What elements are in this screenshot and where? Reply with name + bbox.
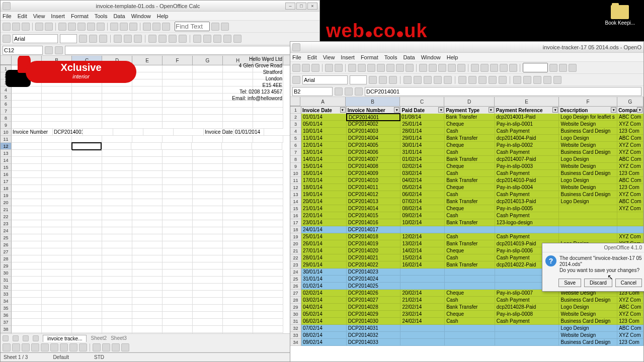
cell[interactable] — [163, 136, 193, 143]
font-size-input[interactable] — [350, 75, 367, 84]
data-cell[interactable]: 21/01/14 — [301, 205, 347, 212]
merge-icon[interactable] — [444, 76, 452, 84]
data-cell[interactable]: Business Card Design — [559, 170, 617, 177]
data-cell[interactable] — [495, 339, 559, 346]
cell[interactable] — [193, 115, 223, 122]
cell[interactable] — [42, 143, 72, 150]
cell[interactable] — [163, 305, 193, 312]
data-cell[interactable]: 18/01/14 — [301, 184, 347, 191]
row-header[interactable]: 3 — [290, 121, 301, 128]
data-cell[interactable]: DCP2014020 — [347, 247, 401, 254]
cell[interactable] — [42, 227, 72, 234]
data-cell[interactable]: Cheque — [445, 311, 495, 318]
cell[interactable] — [223, 262, 253, 269]
row-header[interactable]: 29 — [290, 304, 301, 311]
data-cell[interactable] — [400, 276, 445, 283]
row-header[interactable]: 5 — [290, 135, 301, 142]
data-cell[interactable]: Pay-in-slip-0001 — [495, 121, 559, 128]
cell[interactable] — [163, 94, 193, 101]
cell[interactable] — [12, 164, 42, 171]
row-header[interactable]: 32 — [290, 325, 301, 332]
cell[interactable] — [12, 185, 42, 192]
data-cell[interactable]: Pay-in-slip-0002 — [495, 142, 559, 149]
row-header[interactable]: 9 — [1, 122, 12, 129]
cell[interactable] — [102, 150, 132, 157]
data-cell[interactable]: DCP2014001 — [346, 113, 400, 121]
cell[interactable] — [193, 192, 223, 199]
data-cell[interactable]: ABC Com — [617, 177, 643, 184]
row-header[interactable]: 26 — [290, 283, 301, 290]
data-cell[interactable]: 10/01/14 — [301, 128, 347, 135]
cell[interactable] — [12, 115, 42, 122]
menu-window[interactable]: Window — [131, 13, 151, 19]
data-cell[interactable]: 123 Com — [617, 339, 643, 346]
cell[interactable] — [163, 284, 193, 291]
cell[interactable] — [253, 178, 283, 185]
cell[interactable] — [163, 220, 193, 227]
cell[interactable] — [132, 157, 163, 164]
print-icon[interactable] — [35, 23, 43, 31]
data-cell[interactable]: Cheque — [445, 290, 495, 297]
data-cell[interactable]: Bank Transfer — [445, 156, 495, 163]
data-cell[interactable]: Bank Transfer — [445, 135, 495, 142]
cell[interactable] — [12, 269, 42, 277]
cell[interactable] — [223, 108, 253, 115]
data-cell[interactable]: Logo Design for leaflet s — [559, 114, 617, 121]
col-header-E[interactable]: E — [132, 56, 163, 65]
cell[interactable] — [193, 199, 223, 206]
cell[interactable] — [132, 234, 163, 241]
data-cell[interactable]: 13/02/14 — [400, 240, 445, 247]
row-header[interactable]: 31 — [290, 318, 301, 325]
row-header[interactable]: 28 — [1, 255, 12, 262]
cell[interactable] — [253, 326, 283, 333]
cell[interactable] — [72, 291, 102, 298]
cell[interactable] — [223, 227, 253, 234]
cell[interactable] — [42, 291, 72, 298]
cell[interactable] — [132, 255, 163, 262]
row-header[interactable]: 20 — [1, 199, 12, 206]
cell[interactable] — [193, 136, 223, 143]
row-header[interactable]: 9 — [290, 163, 301, 170]
col-header-F[interactable]: F — [559, 97, 617, 106]
data-cell[interactable]: DCP2014024 — [347, 276, 401, 283]
cell[interactable] — [253, 213, 283, 220]
save-icon[interactable] — [311, 64, 319, 72]
help-icon[interactable] — [162, 23, 170, 31]
cell[interactable] — [72, 227, 102, 234]
cell[interactable] — [12, 248, 42, 255]
format-paint-icon[interactable] — [386, 64, 394, 72]
cell[interactable] — [132, 213, 163, 220]
cell[interactable]: 01/01/2014 — [234, 129, 264, 136]
hyperlink-icon[interactable] — [419, 64, 427, 72]
cell[interactable] — [42, 192, 72, 199]
data-cell[interactable]: DCP2014008 — [347, 163, 401, 170]
cell[interactable] — [72, 213, 102, 220]
data-cell[interactable] — [559, 219, 617, 226]
cell[interactable] — [42, 164, 72, 171]
cell[interactable] — [253, 136, 283, 143]
data-cell[interactable]: Cash — [445, 128, 495, 135]
cell[interactable] — [132, 312, 163, 319]
cell[interactable] — [163, 262, 193, 269]
cell[interactable]: Invoice Date — [204, 129, 234, 136]
data-cell[interactable] — [445, 276, 495, 283]
formula-input[interactable] — [365, 87, 641, 96]
data-cell[interactable]: DCP2014004 — [347, 135, 401, 142]
cell[interactable] — [42, 277, 72, 284]
cell[interactable] — [132, 136, 163, 143]
cell[interactable] — [42, 262, 72, 269]
data-cell[interactable]: DCP2014003 — [347, 128, 401, 135]
row-header[interactable]: 7 — [1, 108, 12, 115]
cell[interactable] — [193, 333, 223, 333]
cell[interactable] — [163, 234, 193, 241]
row-header[interactable]: 8 — [1, 115, 12, 122]
data-cell[interactable]: Logo Design — [559, 325, 617, 332]
data-cell[interactable]: Bank Transfer — [445, 177, 495, 184]
column-filter-payment-type[interactable]: Payment Type▾ — [445, 107, 495, 114]
data-cell[interactable]: DCP2014023 — [347, 268, 401, 276]
cancel-button[interactable]: Cancel — [615, 279, 642, 287]
find-prev-icon[interactable] — [221, 23, 229, 31]
open-icon[interactable] — [12, 23, 20, 31]
left-spreadsheet[interactable]: ABCDEFGHI 12345678910Invoice NumberDCP20… — [1, 56, 319, 333]
data-cell[interactable]: 11/01/14 — [301, 135, 347, 142]
